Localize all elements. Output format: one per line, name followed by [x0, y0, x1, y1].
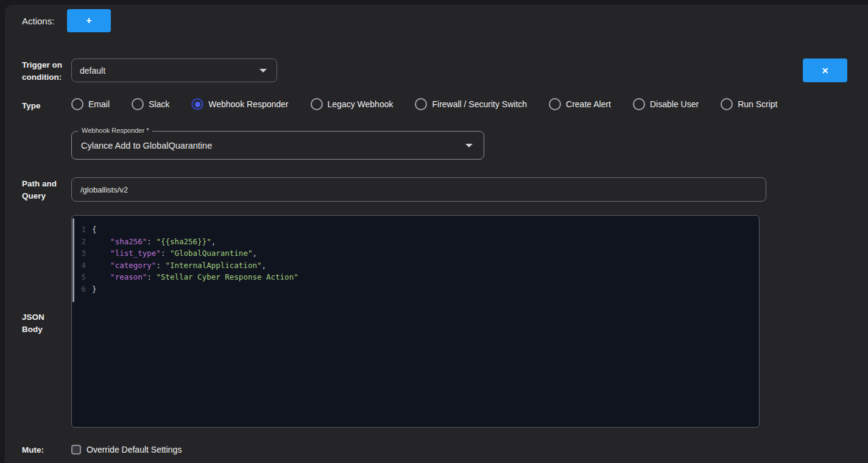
radio-icon [191, 98, 203, 110]
line-number: 4 [72, 260, 92, 272]
checkbox-icon[interactable] [71, 445, 81, 454]
radio-firewall-security-switch[interactable]: Firewall / Security Switch [415, 98, 527, 110]
code-line: 5 "reason": "Stellar Cyber Response Acti… [72, 271, 759, 283]
radio-email[interactable]: Email [71, 98, 110, 110]
line-number: 6 [72, 283, 92, 295]
code-lines: 1{2 "sha256": "{{sha256}}",3 "list_type"… [72, 224, 759, 295]
trigger-condition-label: Trigger on condition: [22, 59, 66, 83]
line-number: 1 [72, 224, 92, 236]
path-and-query-input[interactable] [71, 177, 766, 202]
plus-icon: + [86, 15, 91, 26]
type-radio-group: Email Slack Webhook Responder Legacy Web… [71, 96, 778, 113]
mute-label: Mute: [22, 444, 44, 456]
webhook-responder-value: Cylance Add to GlobalQuarantine [72, 141, 465, 150]
radio-icon [132, 98, 144, 110]
actions-label: Actions: [22, 16, 54, 26]
radio-icon [311, 98, 323, 110]
json-body-editor[interactable]: 1{2 "sha256": "{{sha256}}",3 "list_type"… [71, 215, 760, 428]
path-and-query-label: Path and Query [22, 178, 62, 202]
editor-scrollbar[interactable] [72, 218, 74, 302]
radio-webhook-responder[interactable]: Webhook Responder [191, 98, 288, 110]
code-line: 3 "list_type": "GlobalQuarantine", [72, 247, 759, 260]
chevron-down-icon [465, 144, 473, 147]
line-number: 3 [72, 247, 92, 260]
radio-icon [721, 98, 733, 110]
code-line: 4 "category": "InternalApplication", [72, 260, 759, 272]
webhook-responder-select[interactable]: Webhook Responder * Cylance Add to Globa… [71, 131, 484, 160]
webhook-responder-select-label: Webhook Responder * [78, 127, 152, 134]
override-default-settings-label: Override Default Settings [86, 445, 182, 454]
close-icon: ✕ [822, 66, 829, 76]
radio-icon [71, 98, 83, 110]
radio-icon [415, 98, 427, 110]
radio-slack[interactable]: Slack [132, 98, 169, 110]
radio-icon [549, 98, 561, 110]
type-label: Type [22, 100, 41, 112]
json-body-label: JSON Body [22, 311, 52, 336]
radio-disable-user[interactable]: Disable User [633, 98, 699, 110]
add-action-button[interactable]: + [67, 9, 111, 32]
radio-create-alert[interactable]: Create Alert [549, 98, 611, 110]
radio-run-script[interactable]: Run Script [721, 98, 777, 110]
remove-action-button[interactable]: ✕ [803, 58, 847, 82]
override-default-settings-option[interactable]: Override Default Settings [71, 443, 182, 456]
code-line: 6} [72, 283, 759, 295]
line-number: 2 [72, 236, 92, 248]
trigger-condition-select[interactable]: default [71, 58, 277, 82]
line-number: 5 [72, 271, 92, 283]
code-line: 1{ [72, 224, 759, 236]
chevron-down-icon [259, 69, 267, 72]
trigger-condition-value: default [72, 66, 259, 76]
radio-icon [633, 98, 645, 110]
radio-legacy-webhook[interactable]: Legacy Webhook [311, 98, 393, 110]
code-line: 2 "sha256": "{{sha256}}", [72, 236, 759, 248]
